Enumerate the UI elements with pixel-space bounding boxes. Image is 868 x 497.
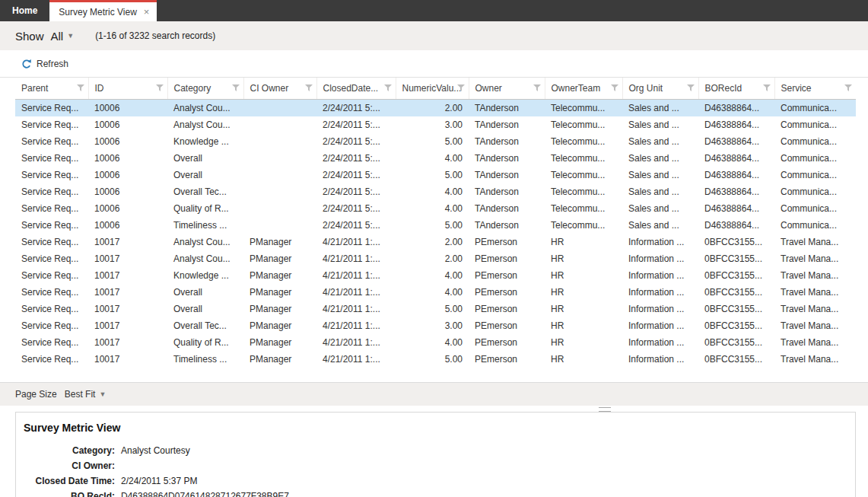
grid-cell[interactable]: Service Req... [15,301,88,317]
grid-cell[interactable]: Travel Mana... [774,267,856,284]
grid-cell[interactable]: Information ... [622,267,698,284]
grid-cell[interactable]: Sales and ... [622,100,698,117]
grid-cell[interactable]: Service Req... [15,100,88,117]
grid-cell[interactable]: TAnderson [469,100,545,117]
column-header-ci-owner[interactable]: CI Owner [243,78,316,100]
grid-cell[interactable]: 10017 [88,267,167,284]
grid-cell[interactable]: PEmerson [469,351,545,368]
grid-cell[interactable]: 4/21/2011 1:... [316,317,396,334]
grid-cell[interactable]: Analyst Cou... [167,116,243,133]
grid-cell[interactable]: Analyst Cou... [167,100,243,117]
grid-cell[interactable]: 4.00 [396,284,469,301]
grid-row[interactable]: Service Req...10017Analyst Cou...PManage… [15,250,856,267]
grid-row[interactable]: Service Req...10017OverallPManager4/21/2… [15,284,856,301]
close-tab-icon[interactable]: × [144,7,150,17]
grid-row[interactable]: Service Req...10017Analyst Cou...PManage… [15,234,856,250]
grid-cell[interactable]: Sales and ... [622,150,698,167]
grid-cell[interactable]: HR [545,234,622,250]
filter-icon[interactable] [156,84,164,92]
grid-cell[interactable]: 4.00 [396,267,469,284]
grid-cell[interactable]: HR [545,334,622,351]
grid-cell[interactable]: Timeliness ... [167,351,243,368]
grid-cell[interactable]: 0BFCC3155... [698,334,774,351]
grid-cell[interactable]: 10017 [88,351,167,368]
grid-cell[interactable]: Communica... [774,200,856,217]
grid-cell[interactable]: Service Req... [15,351,88,368]
filter-icon[interactable] [384,84,392,92]
grid-cell[interactable]: Information ... [622,284,698,301]
grid-row[interactable]: Service Req...10017Overall Tec...PManage… [15,317,856,334]
grid-cell[interactable]: Telecommu... [545,150,622,167]
column-header-service[interactable]: Service [774,78,856,100]
grid-cell[interactable]: Service Req... [15,234,88,250]
grid-cell[interactable]: Telecommu... [545,100,622,117]
filter-icon[interactable] [687,84,695,92]
grid-cell[interactable]: 5.00 [396,167,469,183]
grid-cell[interactable]: 10006 [88,167,167,183]
grid-cell[interactable]: 10006 [88,116,167,133]
tab-survey-metric-view[interactable]: Survey Metric View × [49,0,157,21]
grid-cell[interactable] [243,217,316,234]
grid-cell[interactable]: 2/24/2011 5:... [316,116,396,133]
column-header-closeddate[interactable]: ClosedDate... [316,78,396,100]
filter-icon[interactable] [457,84,465,92]
grid-cell[interactable]: PManager [243,301,316,317]
grid-row[interactable]: Service Req...10017Knowledge ...PManager… [15,267,856,284]
grid-row[interactable]: Service Req...10006Analyst Cou...2/24/20… [15,100,856,117]
grid-cell[interactable]: Service Req... [15,284,88,301]
column-header-borecid[interactable]: BORecId [698,78,774,100]
grid-cell[interactable]: Information ... [622,250,698,267]
grid-cell[interactable]: Overall Tec... [167,317,243,334]
grid-cell[interactable] [243,150,316,167]
grid-cell[interactable]: 4.00 [396,150,469,167]
grid-cell[interactable]: PEmerson [469,250,545,267]
grid-cell[interactable]: D46388864... [698,133,774,150]
grid-cell[interactable]: HR [545,284,622,301]
grid-cell[interactable]: 10006 [88,133,167,150]
grid-cell[interactable]: 4.00 [396,334,469,351]
grid-cell[interactable]: Travel Mana... [774,284,856,301]
grid-cell[interactable]: TAnderson [469,217,545,234]
grid-cell[interactable]: Service Req... [15,183,88,200]
grid-cell[interactable]: 2/24/2011 5:... [316,217,396,234]
grid-cell[interactable]: Information ... [622,234,698,250]
grid-cell[interactable]: 2/24/2011 5:... [316,133,396,150]
grid-cell[interactable]: 3.00 [396,317,469,334]
grid-cell[interactable]: Service Req... [15,217,88,234]
grid-cell[interactable]: 4/21/2011 1:... [316,301,396,317]
grid-cell[interactable]: Analyst Cou... [167,250,243,267]
grid-cell[interactable]: HR [545,351,622,368]
grid-row[interactable]: Service Req...10006Knowledge ...2/24/201… [15,133,856,150]
grid-cell[interactable]: Travel Mana... [774,234,856,250]
grid-cell[interactable]: 4/21/2011 1:... [316,267,396,284]
grid-cell[interactable]: Service Req... [15,116,88,133]
grid-cell[interactable]: 10006 [88,200,167,217]
grid-cell[interactable]: 10017 [88,284,167,301]
grid-cell[interactable]: Overall Tec... [167,183,243,200]
pane-splitter[interactable] [0,406,868,412]
grid-cell[interactable]: Service Req... [15,150,88,167]
grid-row[interactable]: Service Req...10006Quality of R...2/24/2… [15,200,856,217]
grid-cell[interactable]: Travel Mana... [774,351,856,368]
grid-cell[interactable]: Sales and ... [622,116,698,133]
grid-cell[interactable]: 0BFCC3155... [698,250,774,267]
grid-cell[interactable]: 0BFCC3155... [698,317,774,334]
grid-cell[interactable]: 2.00 [396,250,469,267]
grid-cell[interactable] [243,100,316,117]
column-header-org-unit[interactable]: Org Unit [622,78,698,100]
column-header-category[interactable]: Category [167,78,243,100]
grid-cell[interactable]: 0BFCC3155... [698,234,774,250]
grid-cell[interactable]: 5.00 [396,351,469,368]
grid-cell[interactable]: 0BFCC3155... [698,267,774,284]
grid-cell[interactable]: Telecommu... [545,183,622,200]
column-header-owner[interactable]: Owner [469,78,545,100]
grid-cell[interactable]: Communica... [774,217,856,234]
grid-cell[interactable]: 3.00 [396,116,469,133]
grid-cell[interactable]: Knowledge ... [167,133,243,150]
grid-cell[interactable]: Timeliness ... [167,217,243,234]
grid-cell[interactable]: PManager [243,234,316,250]
grid-cell[interactable]: Service Req... [15,267,88,284]
grid-cell[interactable]: Sales and ... [622,167,698,183]
grid-cell[interactable] [243,133,316,150]
grid-cell[interactable]: Travel Mana... [774,250,856,267]
